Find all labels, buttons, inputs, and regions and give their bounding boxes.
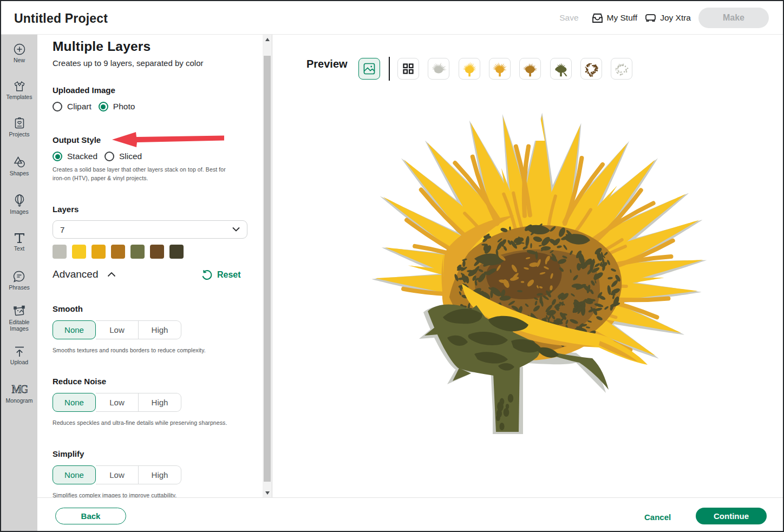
svg-text:MG: MG	[11, 384, 28, 395]
